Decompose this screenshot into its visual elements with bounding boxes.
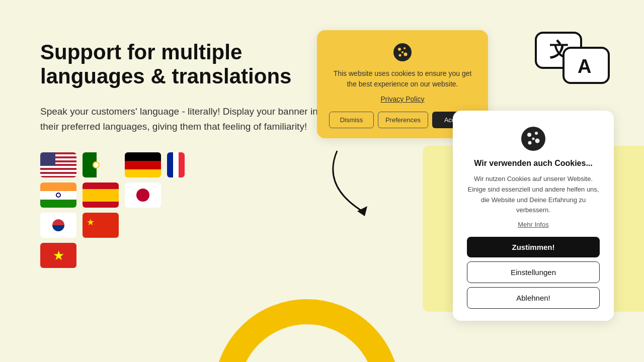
svg-point-12 xyxy=(527,133,531,137)
svg-point-9 xyxy=(401,51,404,53)
mehr-infos-link[interactable]: Mehr Infos xyxy=(518,221,548,228)
arch-decoration xyxy=(211,201,403,362)
svg-text:A: A xyxy=(578,56,591,77)
svg-point-16 xyxy=(532,138,535,140)
flag-spain xyxy=(83,183,119,208)
svg-point-6 xyxy=(404,47,406,49)
svg-point-5 xyxy=(398,48,401,51)
flag-vietnam: ★ xyxy=(40,243,76,268)
ablehnen-button[interactable]: Ablehnen! xyxy=(467,287,600,309)
cookie-text-en: This website uses cookies to ensure you … xyxy=(329,68,476,89)
flags-row-1 xyxy=(40,152,322,177)
svg-point-13 xyxy=(535,132,538,135)
cookie-icon-de xyxy=(467,126,600,152)
main-title: Support for multiple languages & transla… xyxy=(40,40,322,89)
cookie-icon-en xyxy=(329,42,476,62)
de-banner-title: Wir verwenden auch Cookies... xyxy=(467,159,600,168)
flag-japan xyxy=(125,183,161,208)
svg-point-7 xyxy=(404,53,408,56)
svg-point-14 xyxy=(535,139,540,143)
mehr-link[interactable]: Mehr Infos xyxy=(467,220,600,229)
flag-usa xyxy=(40,152,76,177)
flag-germany xyxy=(125,152,161,177)
dismiss-button[interactable]: Dismiss xyxy=(329,112,374,128)
svg-point-15 xyxy=(528,141,532,145)
de-banner-body: Wir nutzen Cookies auf unserer Website. … xyxy=(467,174,600,216)
svg-point-8 xyxy=(399,54,401,57)
privacy-policy-link[interactable]: Privacy Policy xyxy=(380,95,424,103)
translation-icon: 文 A xyxy=(533,30,614,90)
zustimmen-button[interactable]: Zustimmen! xyxy=(467,237,600,257)
flag-korea xyxy=(40,213,76,238)
subtitle: Speak your customers' language - literal… xyxy=(40,104,322,135)
flag-china: ★ xyxy=(83,213,119,238)
einstellungen-button[interactable]: Einstellungen xyxy=(467,261,600,283)
flag-india xyxy=(40,183,76,208)
privacy-link-en[interactable]: Privacy Policy xyxy=(329,95,476,104)
preferences-button[interactable]: Preferences xyxy=(378,112,428,128)
flag-portugal xyxy=(83,152,119,177)
cookie-banner-de: Wir verwenden auch Cookies... Wir nutzen… xyxy=(453,111,614,321)
flag-france xyxy=(167,152,185,177)
